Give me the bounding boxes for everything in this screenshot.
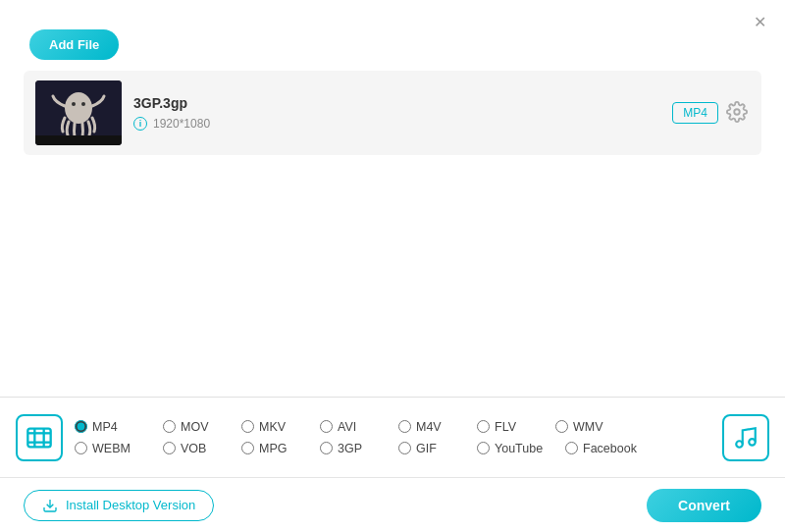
info-icon[interactable]: i <box>133 117 147 131</box>
file-item: 3GP.3gp i 1920*1080 MP4 <box>24 71 761 155</box>
format-youtube[interactable]: YouTube <box>477 442 565 455</box>
format-flv[interactable]: FLV <box>477 420 555 434</box>
format-badge[interactable]: MP4 <box>672 102 718 124</box>
file-resolution: 1920*1080 <box>153 117 210 131</box>
format-mov[interactable]: MOV <box>163 420 241 434</box>
format-m4v[interactable]: M4V <box>398 420 477 434</box>
format-mpg[interactable]: MPG <box>241 442 320 455</box>
install-button[interactable]: Install Desktop Version <box>24 490 214 521</box>
format-mp4[interactable]: MP4 <box>75 420 163 434</box>
file-meta: i 1920*1080 <box>133 117 660 131</box>
close-button[interactable]: ✕ <box>750 12 769 31</box>
file-info: 3GP.3gp i 1920*1080 <box>133 95 660 131</box>
settings-icon[interactable] <box>726 101 750 125</box>
svg-rect-4 <box>35 135 122 145</box>
action-bar: Install Desktop Version Convert <box>0 477 785 532</box>
svg-point-1 <box>65 92 92 124</box>
svg-point-3 <box>81 102 85 106</box>
svg-point-5 <box>734 109 740 115</box>
file-list: 3GP.3gp i 1920*1080 MP4 <box>24 71 761 395</box>
video-format-icon[interactable] <box>16 414 63 461</box>
format-row-1: MP4 MOV MKV AVI M4V FLV WMV <box>75 420 710 434</box>
install-label: Install Desktop Version <box>66 498 195 512</box>
svg-rect-6 <box>27 428 50 447</box>
svg-point-2 <box>72 102 76 106</box>
add-file-button[interactable]: Add File <box>29 29 119 60</box>
format-webm[interactable]: WEBM <box>75 442 163 455</box>
svg-point-12 <box>749 439 756 446</box>
format-vob[interactable]: VOB <box>163 442 241 455</box>
file-actions: MP4 <box>672 101 750 125</box>
svg-point-11 <box>736 441 743 448</box>
format-avi[interactable]: AVI <box>320 420 398 434</box>
format-bar: MP4 MOV MKV AVI M4V FLV WMV <box>0 397 785 477</box>
format-gif[interactable]: GIF <box>398 442 477 455</box>
file-thumbnail <box>35 80 122 145</box>
format-3gp[interactable]: 3GP <box>320 442 398 455</box>
audio-format-icon[interactable] <box>722 414 769 461</box>
download-icon <box>42 498 58 513</box>
format-row-2: WEBM VOB MPG 3GP GIF YouTube Facebook <box>75 442 710 455</box>
format-mkv[interactable]: MKV <box>241 420 320 434</box>
format-options: MP4 MOV MKV AVI M4V FLV WMV <box>75 420 710 455</box>
convert-button[interactable]: Convert <box>647 489 761 522</box>
format-facebook[interactable]: Facebook <box>565 442 654 455</box>
file-name: 3GP.3gp <box>133 95 660 111</box>
format-wmv[interactable]: WMV <box>555 420 634 434</box>
